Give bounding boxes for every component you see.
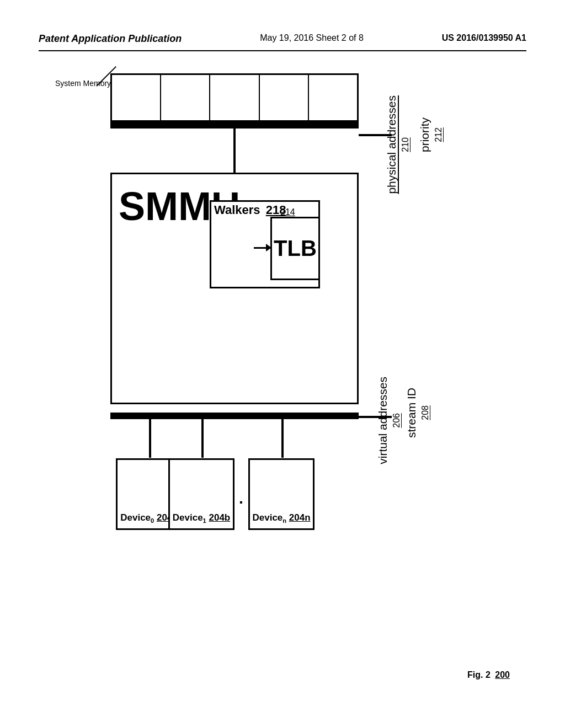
walkers-label: Walkers 218 (214, 203, 286, 217)
patent-number: US 2016/0139950 A1 (442, 33, 526, 43)
sys-mem-col-4 (260, 75, 309, 127)
priority-ref: 212 (434, 127, 444, 142)
right-bottom-labels: virtual addresses 206 (376, 377, 402, 464)
horiz-line-bottom (359, 416, 392, 418)
priority-row: priority 212 (418, 117, 444, 152)
tlb-ref: 214 (280, 207, 295, 217)
priority-group: priority 212 (418, 117, 444, 152)
sys-mem-columns (112, 75, 357, 127)
arrow-tlb-walkers (254, 247, 271, 249)
stream-ref: 208 (420, 405, 430, 420)
horiz-line-top (359, 134, 392, 136)
right-top-labels: physical addresses 210 (385, 95, 411, 194)
header: Patent Application Publication May 19, 2… (39, 33, 526, 51)
virtual-addresses-label: virtual addresses (376, 377, 390, 464)
system-memory-box (110, 73, 359, 129)
diagram-area: System Memory 216 SMMU 202 Walkers (39, 62, 526, 697)
fig-label: Fig. 2 200 (467, 670, 510, 680)
physical-addresses-label: physical addresses (385, 95, 398, 194)
sys-mem-col-2 (161, 75, 210, 127)
sys-mem-bar (112, 120, 357, 127)
fig-ref: 200 (495, 670, 510, 679)
device-box-1: Device1 204b (168, 458, 234, 530)
vert-line-device1 (201, 419, 204, 458)
stream-id-group: stream ID 208 (405, 388, 430, 438)
physical-addresses-group: physical addresses 210 (385, 95, 411, 194)
vert-line-device0 (149, 419, 151, 458)
bus-bar-bottom (110, 413, 359, 419)
stream-id-label: stream ID (405, 388, 418, 438)
tlb-label: TLB (274, 236, 317, 261)
sys-mem-col-3 (210, 75, 259, 127)
virtual-addresses-group: virtual addresses 206 (376, 377, 402, 464)
virtual-ref: 206 (392, 413, 402, 428)
publication-title: Patent Application Publication (39, 33, 182, 45)
devicen-label: Devicen 204n (252, 512, 310, 524)
physical-ref: 210 (401, 137, 411, 152)
priority-label: priority (418, 117, 431, 152)
page: Patent Application Publication May 19, 2… (0, 0, 565, 728)
sys-mem-col-5 (309, 75, 357, 127)
vert-line-devicen (281, 419, 284, 458)
vert-connector-top (233, 129, 236, 173)
stream-id-row: stream ID 208 (405, 388, 430, 438)
sys-mem-col-1 (112, 75, 161, 127)
tlb-box: TLB (270, 217, 320, 280)
device1-label: Device1 204b (173, 512, 230, 524)
device-box-n: Devicen 204n (248, 458, 315, 530)
header-center: May 19, 2016 Sheet 2 of 8 (260, 33, 364, 43)
